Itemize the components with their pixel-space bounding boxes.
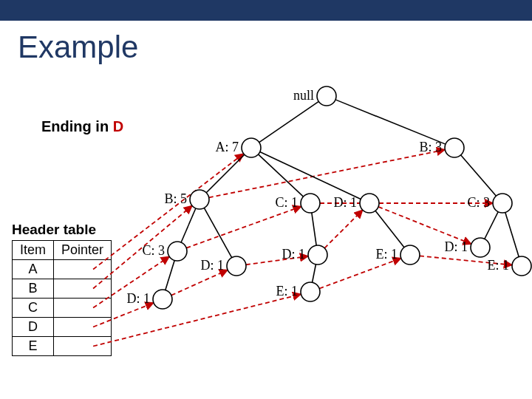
link-dash [319, 259, 401, 289]
svg-point-14 [512, 256, 531, 276]
svg-point-2 [445, 138, 464, 157]
pointer-cell [54, 279, 112, 299]
link-dash [378, 207, 471, 244]
node-label: C: 3 [467, 195, 490, 210]
tree-node: A: 7 [216, 138, 262, 157]
tree-node: D: 1 [127, 290, 173, 309]
tree-edge [181, 208, 196, 242]
link-dash [324, 210, 363, 248]
item-cell: E [13, 337, 54, 356]
svg-point-9 [301, 282, 320, 301]
table-row: B [13, 279, 112, 299]
tree-node: B: 3 [419, 138, 464, 157]
node-label: C: 1 [275, 195, 298, 210]
node-label: D: 1 [127, 291, 151, 306]
node-label: B: 5 [164, 191, 187, 206]
node-label: C: 3 [142, 243, 165, 258]
svg-point-10 [153, 290, 172, 309]
tree-edge [206, 154, 245, 193]
header-table: Item Pointer ABCDE [12, 240, 112, 356]
svg-point-1 [242, 138, 261, 157]
tree-node: null [293, 86, 336, 106]
tree-node: C: 1 [275, 194, 320, 213]
link-dash [93, 154, 244, 270]
subtitle-prefix: Ending in [41, 118, 113, 134]
tree-edge [485, 212, 498, 239]
subtitle: Ending in D [41, 118, 123, 135]
node-label: E: 1 [376, 247, 398, 262]
node-label: B: 3 [419, 140, 442, 154]
svg-point-5 [360, 194, 379, 213]
item-cell: C [13, 299, 54, 318]
tree-edge [312, 213, 316, 245]
tree-edge [166, 260, 174, 290]
pointer-cell [54, 318, 112, 337]
link-dash [171, 270, 228, 295]
tree-node: D: 1 [445, 238, 491, 257]
tree-node: D: 1 [334, 194, 380, 213]
table-row: E [13, 337, 112, 356]
tree-node: D: 1 [282, 245, 328, 265]
tree-node: E: 1 [276, 282, 321, 301]
node-label: D: 1 [445, 239, 468, 254]
link-dash [246, 256, 308, 265]
tree-edge [204, 208, 231, 257]
link-dash [93, 294, 301, 346]
svg-point-0 [317, 86, 336, 106]
top-bar [0, 0, 532, 21]
tree-node: C: 3 [467, 194, 512, 213]
link-dash [209, 150, 446, 198]
node-label: D: 1 [334, 195, 358, 210]
tree-edge [313, 265, 316, 283]
svg-point-4 [301, 194, 320, 213]
tree-edge [260, 152, 361, 200]
tree-edge [505, 212, 519, 256]
item-cell: D [13, 318, 54, 337]
node-label: A: 7 [216, 140, 239, 154]
svg-point-7 [227, 256, 246, 276]
col-pointer: Pointer [54, 241, 112, 260]
link-dash [186, 206, 301, 248]
svg-point-13 [471, 238, 490, 257]
tree-node: C: 3 [142, 242, 187, 261]
subtitle-highlight: D [113, 118, 123, 134]
node-label: null [293, 88, 314, 103]
pointer-cell [54, 337, 112, 356]
item-cell: A [13, 260, 54, 279]
table-row: C [13, 299, 112, 318]
table-row: A [13, 260, 112, 279]
pointer-cell [54, 260, 112, 279]
node-label: E: 1 [488, 258, 510, 273]
tree-edge [258, 154, 303, 197]
tree-edge [259, 101, 319, 142]
tree-edge [375, 211, 404, 248]
svg-point-3 [190, 190, 209, 209]
tree-node: B: 5 [164, 190, 209, 209]
svg-point-12 [493, 194, 512, 213]
col-item: Item [13, 241, 54, 260]
tree-node: D: 1 [201, 256, 247, 276]
slide-title: Example [18, 30, 138, 65]
node-label: D: 1 [201, 258, 225, 273]
link-dash [420, 256, 512, 265]
table-row: D [13, 318, 112, 337]
tree-node: E: 1 [376, 245, 420, 265]
tree-edge [335, 100, 446, 144]
svg-point-8 [308, 245, 327, 265]
svg-point-6 [168, 242, 187, 261]
item-cell: B [13, 279, 54, 299]
svg-point-11 [400, 245, 420, 265]
tree-edge [461, 155, 497, 196]
pointer-cell [54, 299, 112, 318]
node-label: E: 1 [276, 284, 299, 299]
tree-node: E: 1 [488, 256, 532, 276]
header-table-label: Header table [12, 222, 96, 238]
node-label: D: 1 [282, 247, 306, 262]
